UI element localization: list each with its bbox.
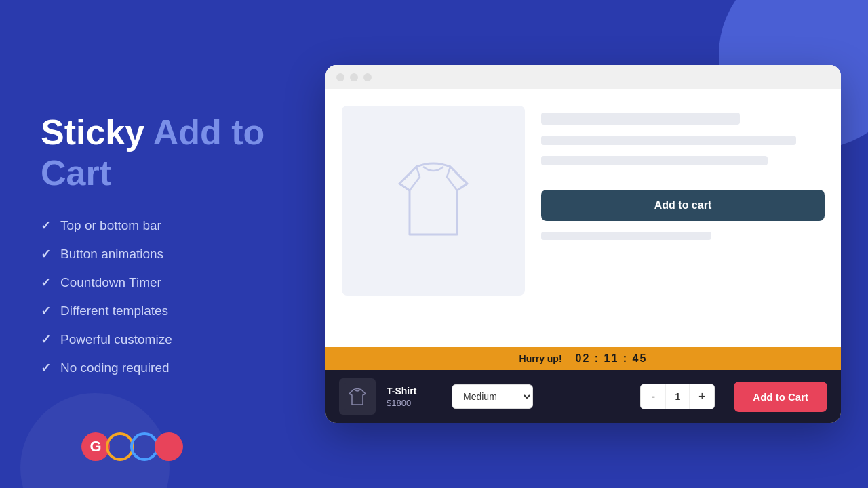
browser-titlebar <box>326 65 841 89</box>
feature-item-5: ✓ Powerful customize <box>41 332 298 347</box>
feature-item-3: ✓ Countdown Timer <box>41 275 298 290</box>
right-panel: Add to cart Hurry up! 02 : 11 : 45 T-Shi… <box>326 65 841 423</box>
feature-list: ✓ Top or bottom bar ✓ Button animations … <box>41 218 298 375</box>
browser-content: Add to cart <box>326 89 841 347</box>
feature-item-1: ✓ Top or bottom bar <box>41 218 298 233</box>
qty-plus-button[interactable]: + <box>690 384 714 409</box>
sticky-product-name: T-Shirt <box>387 386 441 396</box>
product-title-placeholder <box>541 113 740 125</box>
variant-select[interactable]: Medium Small Large XL <box>452 384 533 409</box>
browser-dot-3 <box>363 73 372 81</box>
timer-text: 02 : 11 : 45 <box>576 352 648 365</box>
left-panel: Sticky Add to Cart ✓ Top or bottom bar ✓… <box>41 0 298 488</box>
check-icon-3: ✓ <box>41 275 51 290</box>
feature-label-1: Top or bottom bar <box>60 218 161 233</box>
sticky-bar: T-Shirt $1800 Medium Small Large XL - 1 … <box>326 370 841 423</box>
add-to-cart-button[interactable]: Add to cart <box>541 190 825 221</box>
qty-value: 1 <box>665 384 690 409</box>
thumb-tshirt-svg <box>344 383 371 410</box>
feature-label-5: Powerful customize <box>60 332 172 347</box>
quantity-controls: - 1 + <box>640 384 715 409</box>
product-thumbnail <box>339 378 376 415</box>
sticky-add-to-cart-button[interactable]: Add to Cart <box>734 382 827 412</box>
check-icon-1: ✓ <box>41 218 51 233</box>
logo-container: G <box>81 432 183 461</box>
feature-label-2: Button animations <box>60 247 163 262</box>
sticky-product-price: $1800 <box>387 398 441 408</box>
product-info-area: Add to cart <box>541 106 825 240</box>
product-name-price: T-Shirt $1800 <box>387 386 441 408</box>
feature-label-6: No coding required <box>60 361 170 375</box>
logo-o3-icon <box>155 432 183 461</box>
check-icon-4: ✓ <box>41 304 51 319</box>
product-tshirt-svg <box>379 146 488 255</box>
hero-title-white: Sticky <box>41 113 144 152</box>
product-subtitle-placeholder <box>541 136 796 145</box>
check-icon-2: ✓ <box>41 247 51 262</box>
svg-rect-0 <box>344 383 371 410</box>
feature-item-4: ✓ Different templates <box>41 304 298 319</box>
product-desc-placeholder <box>541 156 768 165</box>
check-icon-6: ✓ <box>41 361 51 375</box>
check-icon-5: ✓ <box>41 332 51 347</box>
browser-dot-1 <box>336 73 344 81</box>
qty-minus-button[interactable]: - <box>641 384 665 409</box>
browser-window: Add to cart Hurry up! 02 : 11 : 45 T-Shi… <box>326 65 841 423</box>
product-image-area <box>342 106 525 296</box>
feature-label-4: Different templates <box>60 304 168 319</box>
product-extra-placeholder <box>541 232 711 240</box>
browser-dot-2 <box>350 73 358 81</box>
countdown-bar: Hurry up! 02 : 11 : 45 <box>326 347 841 370</box>
hero-title: Sticky Add to Cart <box>41 113 298 194</box>
feature-item-6: ✓ No coding required <box>41 361 298 375</box>
logo: G <box>81 432 183 461</box>
feature-label-3: Countdown Timer <box>60 275 161 290</box>
hurry-text: Hurry up! <box>519 353 562 364</box>
feature-item-2: ✓ Button animations <box>41 247 298 262</box>
